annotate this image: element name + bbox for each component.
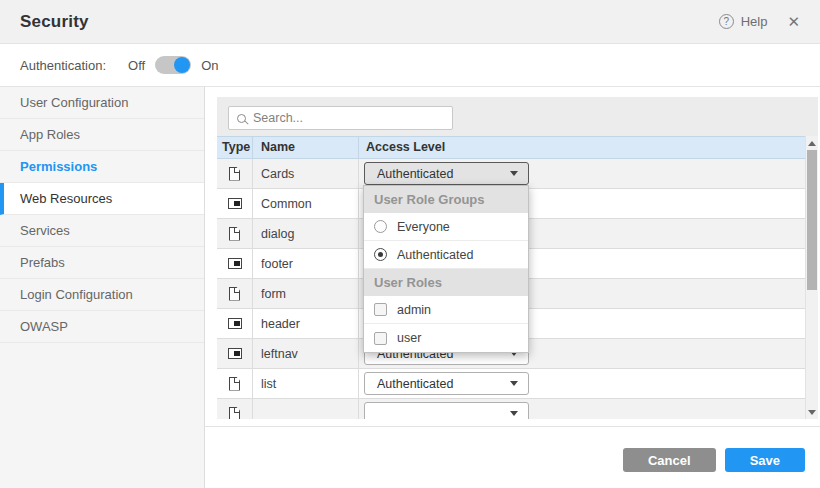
sidebar-item-label: Prefabs	[20, 255, 65, 270]
access-level-select[interactable]: Authenticated	[364, 162, 529, 185]
toggle-off-label: Off	[128, 58, 145, 73]
search-placeholder: Search...	[253, 111, 303, 125]
help-icon[interactable]: ?	[719, 14, 734, 29]
chevron-down-icon	[510, 411, 518, 416]
dropdown-option[interactable]: admin	[364, 296, 528, 324]
page-icon	[229, 287, 240, 301]
access-level-value: Authenticated	[377, 377, 453, 391]
dropdown-group-header: User Roles	[364, 269, 528, 296]
dropdown-group-header: User Role Groups	[364, 186, 528, 213]
page-title: Security	[20, 12, 89, 32]
table-row	[217, 399, 805, 419]
sidebar-item-prefabs[interactable]: Prefabs	[0, 247, 204, 279]
partial-icon	[228, 258, 242, 269]
partial-icon	[228, 198, 242, 209]
sidebar-item-app-roles[interactable]: App Roles	[0, 119, 204, 151]
partial-icon	[228, 348, 242, 359]
checkbox-icon	[374, 303, 387, 316]
help-link[interactable]: Help	[741, 14, 768, 29]
cancel-button[interactable]: Cancel	[623, 448, 716, 472]
partial-icon	[228, 318, 242, 329]
chevron-down-icon	[510, 381, 518, 386]
resource-name: header	[253, 309, 359, 338]
resource-name: list	[253, 369, 359, 398]
dropdown-option-label: admin	[397, 303, 431, 317]
access-level-dropdown-menu: User Role Groups Everyone Authenticated …	[363, 185, 529, 353]
authentication-label: Authentication:	[20, 58, 106, 73]
title-bar: Security ? Help ✕	[0, 0, 820, 44]
sidebar-item-web-resources[interactable]: Web Resources	[0, 183, 204, 215]
checkbox-icon	[374, 332, 387, 345]
sidebar-item-permissions[interactable]: Permissions	[0, 151, 204, 183]
sidebar-item-login-configuration[interactable]: Login Configuration	[0, 279, 204, 311]
sidebar-item-label: OWASP	[20, 319, 68, 334]
dropdown-option-label: Authenticated	[397, 248, 473, 262]
sidebar-item-owasp[interactable]: OWASP	[0, 311, 204, 343]
scroll-down-icon[interactable]	[806, 406, 818, 418]
search-input[interactable]: Search...	[228, 106, 453, 130]
sidebar: User Configuration App Roles Permissions…	[0, 87, 205, 488]
resource-name: form	[253, 279, 359, 308]
resource-name: leftnav	[253, 339, 359, 368]
page-icon	[229, 407, 240, 420]
toggle-knob	[174, 57, 190, 73]
sidebar-item-label: User Configuration	[20, 95, 128, 110]
footer-actions: Cancel Save	[623, 448, 805, 472]
sidebar-item-label: App Roles	[20, 127, 80, 142]
authentication-toggle[interactable]	[155, 56, 191, 74]
table-header: Type Name Access Level	[217, 136, 805, 159]
footer-divider	[205, 426, 820, 427]
dropdown-option-label: Everyone	[397, 220, 450, 234]
resource-name: Cards	[253, 159, 359, 188]
table-scrollbar[interactable]	[805, 136, 818, 419]
sidebar-item-label: Web Resources	[20, 191, 112, 206]
sidebar-item-label: Permissions	[20, 159, 97, 174]
search-icon	[237, 114, 246, 123]
table-row: list Authenticated	[217, 369, 805, 399]
page-icon	[229, 377, 240, 391]
radio-icon	[374, 220, 387, 233]
sidebar-item-services[interactable]: Services	[0, 215, 204, 247]
main-content: Search... Type Name Access Level Cards A…	[205, 87, 820, 488]
page-icon	[229, 227, 240, 241]
dropdown-option[interactable]: user	[364, 324, 528, 352]
column-header-name: Name	[253, 137, 359, 158]
titlebar-actions: ? Help ✕	[719, 13, 800, 31]
resource-name: dialog	[253, 219, 359, 248]
scroll-up-icon[interactable]	[806, 137, 818, 149]
close-icon[interactable]: ✕	[787, 13, 800, 31]
resource-name: Common	[253, 189, 359, 218]
access-level-select[interactable]	[364, 402, 529, 419]
authentication-bar: Authentication: Off On	[0, 44, 820, 87]
resource-name: footer	[253, 249, 359, 278]
sidebar-item-label: Services	[20, 223, 70, 238]
column-header-access-level: Access Level	[359, 137, 805, 158]
window-body: User Configuration App Roles Permissions…	[0, 87, 820, 488]
dropdown-option-label: user	[397, 331, 421, 345]
save-button[interactable]: Save	[725, 448, 805, 472]
column-header-type: Type	[217, 137, 253, 158]
security-window: Security ? Help ✕ Authentication: Off On…	[0, 0, 820, 488]
chevron-down-icon	[510, 171, 518, 176]
page-icon	[229, 167, 240, 181]
sidebar-item-user-configuration[interactable]: User Configuration	[0, 87, 204, 119]
resource-name	[253, 399, 359, 419]
scrollbar-thumb[interactable]	[807, 150, 817, 290]
dropdown-option[interactable]: Authenticated	[364, 241, 528, 269]
radio-icon	[374, 248, 387, 261]
toggle-on-label: On	[201, 58, 218, 73]
sidebar-item-label: Login Configuration	[20, 287, 133, 302]
dropdown-option[interactable]: Everyone	[364, 213, 528, 241]
access-level-value: Authenticated	[377, 167, 453, 181]
access-level-select[interactable]: Authenticated	[364, 372, 529, 395]
